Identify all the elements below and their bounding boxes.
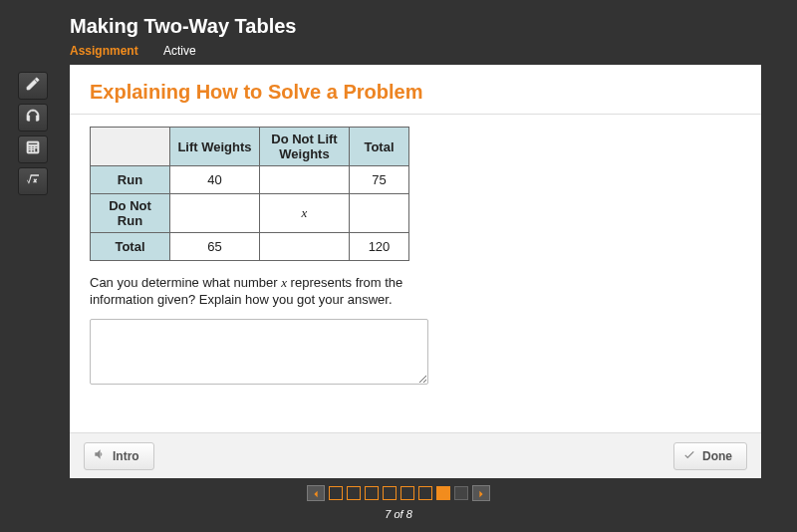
page-4[interactable] <box>383 486 397 500</box>
page-indicator: 7 of 8 <box>0 508 797 520</box>
cell: 120 <box>350 233 409 261</box>
cell-variable: x <box>260 194 350 233</box>
cell <box>170 194 260 233</box>
check-icon <box>682 447 696 464</box>
col-header-total: Total <box>350 128 409 166</box>
table-corner <box>91 128 170 166</box>
page-7[interactable] <box>436 486 450 500</box>
done-button[interactable]: Done <box>673 442 747 470</box>
headphones-icon <box>25 108 41 128</box>
sqrt-x-icon: x <box>25 171 41 191</box>
page-5[interactable] <box>400 486 414 500</box>
row-header-total: Total <box>91 233 170 261</box>
table-row: Do Not Run x <box>91 194 409 233</box>
page-3[interactable] <box>365 486 379 500</box>
prompt-text-1: Can you determine what number <box>90 275 281 290</box>
chevron-right-icon <box>477 484 485 502</box>
status-label: Active <box>163 44 196 58</box>
calculator-icon <box>25 139 41 159</box>
answer-textarea[interactable] <box>90 319 428 385</box>
cell: 40 <box>170 166 260 194</box>
row-header-run: Run <box>91 166 170 194</box>
page-title: Making Two-Way Tables <box>70 15 296 38</box>
slide-body: Lift Weights Do Not Lift Weights Total R… <box>70 115 761 432</box>
svg-text:x: x <box>33 176 37 183</box>
row-header-notrun: Do Not Run <box>91 194 170 233</box>
slide-panel: Explaining How to Solve a Problem Lift W… <box>70 65 761 478</box>
left-toolbar: x <box>18 72 48 195</box>
formula-tool[interactable]: x <box>18 167 48 195</box>
chevron-left-icon <box>312 484 320 502</box>
cell <box>260 233 350 261</box>
audio-tool[interactable] <box>18 104 48 132</box>
page-2[interactable] <box>347 486 361 500</box>
pencil-icon <box>25 76 41 96</box>
assignment-label: Assignment <box>70 44 138 58</box>
slide-header: Explaining How to Solve a Problem <box>70 65 761 115</box>
header: Making Two-Way Tables Assignment Active <box>70 15 296 58</box>
col-header-nolift: Do Not Lift Weights <box>260 128 350 166</box>
intro-button[interactable]: Intro <box>84 442 154 470</box>
header-sub: Assignment Active <box>70 44 296 58</box>
page-6[interactable] <box>418 486 432 500</box>
cell <box>260 166 350 194</box>
question-prompt: Can you determine what number x represen… <box>90 275 428 309</box>
slide-title: Explaining How to Solve a Problem <box>90 81 741 104</box>
cell <box>350 194 409 233</box>
next-button[interactable] <box>472 485 490 501</box>
speaker-icon <box>93 447 107 464</box>
page-8[interactable] <box>454 486 468 500</box>
slide-footer: Intro Done <box>70 432 761 478</box>
table-row: Run 40 75 <box>91 166 409 194</box>
cell: 75 <box>350 166 409 194</box>
done-label: Done <box>702 449 732 463</box>
prev-button[interactable] <box>307 485 325 501</box>
page-1[interactable] <box>329 486 343 500</box>
calculator-tool[interactable] <box>18 135 48 163</box>
table-row: Total 65 120 <box>91 233 409 261</box>
pencil-tool[interactable] <box>18 72 48 100</box>
pager <box>0 485 797 501</box>
two-way-table: Lift Weights Do Not Lift Weights Total R… <box>90 127 409 261</box>
intro-label: Intro <box>113 449 139 463</box>
col-header-lift: Lift Weights <box>170 128 260 166</box>
cell: 65 <box>170 233 260 261</box>
